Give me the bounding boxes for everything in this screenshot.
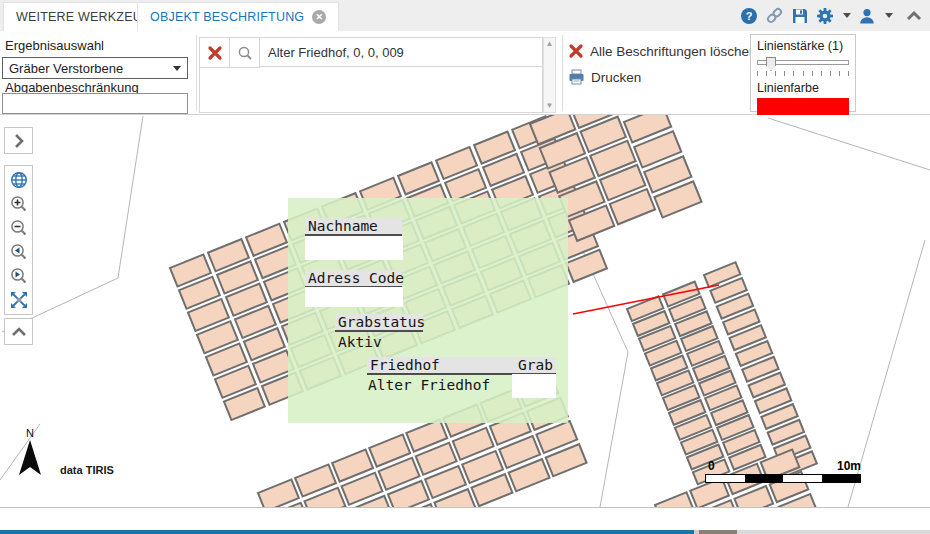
tab-label: OBJEKT BESCHRIFTUNG bbox=[150, 10, 304, 24]
status-bar bbox=[0, 507, 930, 530]
scroll-down-icon[interactable]: ▼ bbox=[546, 102, 554, 110]
print-label: Drucken bbox=[591, 70, 641, 85]
settings-gear-icon[interactable] bbox=[816, 7, 834, 25]
nachname-value-box bbox=[305, 236, 403, 260]
label-list: Alter Friedhof, 0, 0, 009 bbox=[199, 37, 543, 113]
line-color-label: Linienfarbe bbox=[757, 81, 849, 95]
adress-code-value-box bbox=[305, 287, 403, 307]
search-icon[interactable] bbox=[230, 38, 260, 68]
scroll-up-icon[interactable]: ▲ bbox=[546, 40, 554, 48]
panel-divider bbox=[196, 35, 197, 111]
grab-header-label: Grab bbox=[518, 357, 553, 373]
zoom-out-icon[interactable] bbox=[9, 216, 29, 240]
full-extent-icon[interactable] bbox=[9, 288, 29, 312]
grave-plot-cluster bbox=[627, 282, 765, 485]
collapse-toolbar-button[interactable] bbox=[4, 318, 33, 345]
header-icon-group: ? bbox=[740, 0, 922, 31]
bottom-strip bbox=[0, 530, 930, 534]
expand-panel-button[interactable] bbox=[4, 127, 33, 154]
settings-caret-icon[interactable] bbox=[843, 13, 851, 18]
line-weight-label: Linienstärke (1) bbox=[757, 39, 849, 53]
grab-value-box bbox=[512, 374, 556, 398]
slider-thumb[interactable] bbox=[766, 57, 776, 71]
zoom-next-icon[interactable] bbox=[9, 264, 29, 288]
tool-panel: Ergebnisauswahl Gräber Verstorbene Abgab… bbox=[0, 31, 930, 115]
line-settings-box: Linienstärke (1) Linienfarbe bbox=[750, 34, 856, 112]
result-selection-label: Ergebnisauswahl bbox=[5, 38, 104, 53]
adress-code-header: Adress Code bbox=[305, 270, 402, 288]
grabstatus-value: Aktiv bbox=[338, 334, 382, 350]
object-label-overlay[interactable]: Nachname Adress Code Grabstatus Aktiv Fr… bbox=[288, 198, 568, 423]
north-arrow-icon bbox=[16, 439, 44, 477]
tab-bar: WEITERE WERKZEUGE OBJEKT BESCHRIFTUNG ✕ … bbox=[0, 0, 930, 31]
map-area: Nachname Adress Code Grabstatus Aktiv Fr… bbox=[0, 115, 930, 507]
nachname-header: Nachname bbox=[305, 218, 402, 236]
map-attribution: data TIRIS bbox=[60, 464, 114, 476]
friedhof-value: Alter Friedhof bbox=[368, 377, 490, 393]
label-list-row: Alter Friedhof, 0, 0, 009 bbox=[200, 38, 542, 67]
link-icon[interactable] bbox=[765, 6, 784, 25]
panel-divider bbox=[562, 35, 563, 111]
zoom-previous-icon[interactable] bbox=[9, 240, 29, 264]
chevron-up-icon bbox=[11, 326, 27, 338]
scale-bar: 0 10m bbox=[705, 459, 861, 483]
delete-all-labels-button[interactable]: Alle Beschriftungen löschen bbox=[568, 43, 757, 59]
label-entry[interactable]: Alter Friedhof, 0, 0, 009 bbox=[260, 38, 542, 67]
label-list-scrollbar[interactable]: ▲ ▼ bbox=[543, 37, 556, 113]
dropdown-arrow-icon bbox=[173, 66, 181, 71]
delete-x-icon bbox=[568, 43, 584, 59]
chevron-right-icon bbox=[13, 133, 25, 149]
svg-text:?: ? bbox=[746, 10, 753, 22]
slider-ticks bbox=[757, 71, 849, 76]
remove-label-button[interactable] bbox=[200, 38, 230, 68]
save-icon[interactable] bbox=[791, 7, 809, 25]
north-label: N bbox=[12, 427, 48, 439]
scale-end-label: 10m bbox=[837, 459, 861, 473]
map-tools bbox=[4, 165, 33, 315]
delete-all-label: Alle Beschriftungen löschen bbox=[590, 44, 757, 59]
user-caret-icon[interactable] bbox=[885, 13, 893, 18]
print-button[interactable]: Drucken bbox=[568, 69, 641, 85]
zoom-in-icon[interactable] bbox=[9, 192, 29, 216]
webgis-app: { "tabs": { "tab1": "WEITERE WERKZEUGE",… bbox=[0, 0, 930, 534]
printer-icon bbox=[568, 69, 585, 85]
dropdown-value: Gräber Verstorbene bbox=[9, 61, 123, 76]
result-selection-dropdown[interactable]: Gräber Verstorbene bbox=[2, 57, 188, 79]
help-icon[interactable]: ? bbox=[740, 7, 758, 25]
grave-plot[interactable] bbox=[258, 480, 299, 507]
close-tab-icon[interactable]: ✕ bbox=[312, 10, 326, 24]
globe-icon[interactable] bbox=[9, 168, 29, 192]
line-color-swatch[interactable] bbox=[757, 98, 849, 115]
friedhof-grab-header: Friedhof Grab bbox=[367, 357, 556, 375]
bottom-strip-blue bbox=[0, 530, 694, 534]
friedhof-header-label: Friedhof bbox=[370, 357, 440, 373]
collapse-chevron-icon[interactable] bbox=[906, 10, 922, 22]
grabstatus-header: Grabstatus bbox=[335, 314, 423, 332]
bottom-strip-thumb bbox=[699, 530, 737, 534]
scale-start-label: 0 bbox=[708, 459, 715, 473]
north-arrow: N bbox=[12, 427, 48, 479]
tab-objekt-beschriftung[interactable]: OBJEKT BESCHRIFTUNG ✕ bbox=[137, 2, 339, 31]
parcel-boundary-line bbox=[768, 118, 930, 170]
levy-restriction-input[interactable] bbox=[2, 93, 188, 114]
line-weight-slider[interactable] bbox=[757, 60, 849, 65]
scale-strip bbox=[705, 474, 861, 483]
user-icon[interactable] bbox=[858, 7, 876, 25]
grave-plot[interactable] bbox=[655, 492, 694, 507]
